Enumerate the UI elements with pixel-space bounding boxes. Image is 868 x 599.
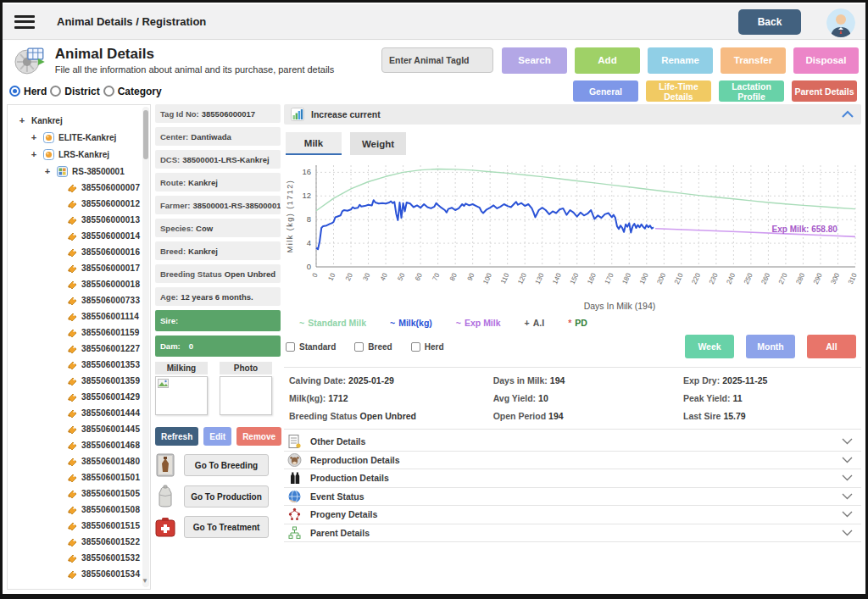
tree-tag-item[interactable]: 385506001159 xyxy=(13,324,148,341)
svg-text:80: 80 xyxy=(448,272,459,282)
bottles-icon xyxy=(287,471,302,485)
detail-tab[interactable]: Lactation Profile xyxy=(719,80,784,102)
tag-icon xyxy=(67,521,77,531)
photo-label: Photo xyxy=(220,362,272,374)
info-row: Tag Id No:385506000017 xyxy=(155,104,281,123)
range-button[interactable]: Week xyxy=(685,335,734,358)
animal-registry-icon xyxy=(13,43,47,77)
goto-production-button[interactable]: Go To Production xyxy=(184,485,269,507)
tree-tag-item[interactable]: 385506000014 xyxy=(13,228,148,244)
tree-tag-item[interactable]: 385506001227 xyxy=(13,341,148,357)
milk-lactation-chart: 0102030405060708090100110120130140150160… xyxy=(284,157,862,316)
tree-tag-item[interactable]: 385506001468 xyxy=(13,437,148,453)
legend-item[interactable]: ~ Standard Milk xyxy=(299,318,366,328)
tag-icon xyxy=(67,199,77,209)
tree-tag-item[interactable]: 385506001359 xyxy=(13,373,148,389)
accordion-reproduction-details[interactable]: Reproduction Details xyxy=(284,452,861,470)
tree-tag-item[interactable]: 385506001501 xyxy=(13,469,148,485)
panel-header[interactable]: Increase current xyxy=(284,104,861,125)
expand-icon[interactable]: + xyxy=(18,115,26,125)
accordion-progeny-details[interactable]: Progeny Details xyxy=(284,506,861,524)
tree-node-station[interactable]: + RS-38500001 xyxy=(13,163,148,180)
detail-tab[interactable]: General xyxy=(573,80,638,102)
expand-icon[interactable]: + xyxy=(30,132,38,142)
goto-treatment-button[interactable]: Go To Treatment xyxy=(184,516,269,538)
tree-tag-item[interactable]: 385506000016 xyxy=(13,244,148,260)
accordion-event-status[interactable]: Event Status xyxy=(284,488,861,507)
crud-button[interactable]: Edit xyxy=(203,427,231,446)
back-button[interactable]: Back xyxy=(738,9,801,35)
svg-text:10: 10 xyxy=(326,272,337,282)
tag-icon xyxy=(67,441,77,451)
filter-checkbox[interactable]: Breed xyxy=(354,342,392,352)
tree-tag-item[interactable]: 385506001445 xyxy=(13,421,148,437)
expand-icon[interactable]: + xyxy=(30,149,38,159)
tree-tag-item[interactable]: 385506000018 xyxy=(13,276,148,292)
legend-item[interactable]: ~ Milk(kg) xyxy=(390,318,432,328)
tree-node-root[interactable]: + Kankrej xyxy=(13,112,148,129)
tree-tag-item[interactable]: 385506000007 xyxy=(13,180,148,196)
action-button[interactable]: Disposal xyxy=(793,47,859,74)
tag-icon xyxy=(67,457,77,467)
tree-tag-item[interactable]: 385506001515 xyxy=(13,518,148,534)
action-button[interactable]: Add xyxy=(575,47,640,74)
goto-breeding-button[interactable]: Go To Breeding xyxy=(184,454,269,476)
tree-tag-item[interactable]: 385506001429 xyxy=(13,389,148,405)
detail-tab[interactable]: Parent Details xyxy=(792,80,857,102)
radio-icon xyxy=(103,86,114,97)
svg-text:100: 100 xyxy=(481,272,493,286)
svg-text:110: 110 xyxy=(499,272,511,286)
legend-item[interactable]: ~ Exp Milk xyxy=(456,318,501,328)
accordion-other-details[interactable]: Other Details xyxy=(284,433,861,452)
crud-button[interactable]: Refresh xyxy=(155,427,198,446)
photo-image[interactable] xyxy=(220,376,272,415)
filter-checkbox[interactable]: Standard xyxy=(286,342,336,352)
tree-scrollbar[interactable] xyxy=(142,107,149,587)
tree-tag-item[interactable]: 385506000733 xyxy=(13,292,148,308)
tree-tag-item[interactable]: 385506001480 xyxy=(13,453,148,469)
tree-tag-item[interactable]: 385506001353 xyxy=(13,357,148,373)
action-button[interactable]: Rename xyxy=(648,47,713,74)
animal-tagid-input[interactable] xyxy=(381,47,493,73)
tree-tag-item[interactable]: 385506000012 xyxy=(13,196,148,212)
radio-herd[interactable]: Herd xyxy=(9,86,47,97)
radio-category[interactable]: Category xyxy=(103,86,162,97)
accordion-parent-details[interactable]: Parent Details xyxy=(284,524,861,543)
tree-tag-item[interactable]: 385506001534 xyxy=(13,566,148,582)
action-button[interactable]: Transfer xyxy=(721,47,786,74)
scroll-down-icon[interactable] xyxy=(142,577,150,585)
user-avatar[interactable] xyxy=(826,8,855,37)
breadcrumb: Animal Details / Registration xyxy=(57,15,206,28)
accordion-production-details[interactable]: Production Details xyxy=(284,469,861,488)
svg-text:Days In Milk (194): Days In Milk (194) xyxy=(584,301,656,311)
range-button[interactable]: All xyxy=(807,335,856,358)
filter-checkbox[interactable]: Herd xyxy=(411,342,444,352)
tree-tag-item[interactable]: 385506001444 xyxy=(13,405,148,421)
legend-item[interactable]: + A.I xyxy=(525,318,545,328)
crud-button[interactable]: Remove xyxy=(236,427,281,446)
checkbox-icon xyxy=(354,342,364,352)
chevron-up-icon[interactable] xyxy=(841,110,854,119)
tree-node-group[interactable]: + ELITE-Kankrej xyxy=(13,129,148,146)
tree-tag-item[interactable]: 385506000017 xyxy=(13,260,148,276)
detail-tab[interactable]: Life-Time Details xyxy=(646,80,711,102)
tree-tag-item[interactable]: 385506001508 xyxy=(13,502,148,518)
milking-image[interactable] xyxy=(155,376,208,415)
tree-tag-item[interactable]: 385506000013 xyxy=(13,212,148,228)
svg-text:8: 8 xyxy=(307,214,311,224)
expand-icon[interactable]: + xyxy=(43,166,52,176)
radio-district[interactable]: District xyxy=(50,86,99,97)
tree-tag-item[interactable]: 385506001522 xyxy=(13,534,148,550)
legend-item[interactable]: * PD xyxy=(568,318,587,328)
scrollbar-thumb[interactable] xyxy=(143,110,148,159)
tab-milk[interactable]: Milk xyxy=(286,132,342,155)
range-button[interactable]: Month xyxy=(746,335,795,358)
tab-weight[interactable]: Weight xyxy=(350,132,406,155)
svg-text:300: 300 xyxy=(829,272,841,286)
tree-tag-item[interactable]: 385506001532 xyxy=(13,550,148,566)
tree-node-group[interactable]: + LRS-Kankrej xyxy=(13,146,148,163)
tree-tag-item[interactable]: 385506001505 xyxy=(13,485,148,502)
tree-tag-item[interactable]: 385506001114 xyxy=(13,308,148,324)
action-button[interactable]: Search xyxy=(502,47,567,74)
menu-icon[interactable] xyxy=(14,15,35,29)
